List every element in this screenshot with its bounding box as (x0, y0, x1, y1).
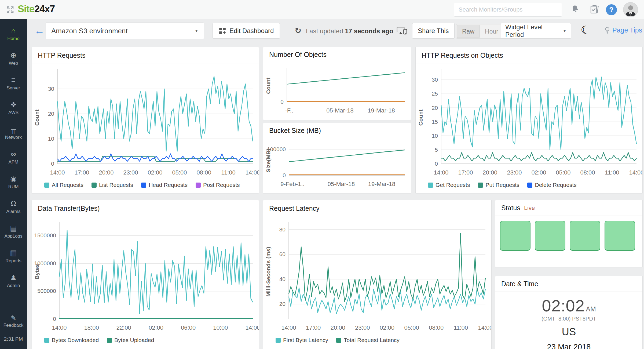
status-box[interactable] (570, 221, 600, 251)
aws-icon: ❖ (0, 99, 27, 110)
svg-text:05:00: 05:00 (556, 169, 570, 176)
svg-text:-F..: -F.. (285, 107, 294, 114)
expand-icon[interactable] (6, 5, 14, 14)
app-logo[interactable]: Site24x7 (18, 3, 55, 15)
svg-text:5: 5 (435, 147, 438, 153)
sidebar-item-reports[interactable]: ▦Reports (0, 248, 27, 272)
svg-text:08:00: 08:00 (580, 169, 595, 176)
legend-item[interactable]: Post Requests (196, 182, 240, 188)
legend-item[interactable]: All Requests (44, 182, 83, 188)
svg-text:14:00: 14:00 (50, 169, 65, 176)
svg-text:10:00: 10:00 (213, 324, 228, 331)
panel-title: Status (501, 204, 520, 212)
svg-text:23:00: 23:00 (355, 324, 370, 331)
search-input[interactable] (454, 3, 562, 17)
dashboard-selector[interactable]: Amazon S3 environment ▼ (46, 23, 204, 39)
panel-title: HTTP Requests on Objects (422, 52, 503, 59)
bucket-size-chart[interactable]: 01000009-Feb-1..05-Mar-1819-Mar-18Size(M… (263, 138, 411, 191)
legend-label: Post Requests (203, 182, 240, 188)
back-arrow[interactable]: ← (34, 25, 45, 36)
reports-icon: ▦ (0, 248, 27, 258)
chart-legend: Bytes DownloadedBytes Uploaded (32, 335, 259, 346)
svg-text:19-Mar-18: 19-Mar-18 (368, 107, 395, 114)
svg-text:Milli-Seconds (ms): Milli-Seconds (ms) (265, 247, 271, 297)
sidebar-item-alarms[interactable]: ΩAlarms (0, 198, 27, 223)
web-icon: ⊕ (0, 50, 27, 61)
legend-item[interactable]: First Byte Latency (276, 337, 328, 343)
chevron-down-icon: ▼ (563, 29, 566, 33)
svg-text:17:00: 17:00 (458, 169, 473, 176)
svg-text:23:00: 23:00 (123, 169, 138, 176)
status-box[interactable] (535, 221, 565, 251)
legend-item[interactable]: Put Requests (478, 182, 519, 188)
sidebar-item-web[interactable]: ⊕Web (0, 50, 27, 75)
panel-title: HTTP Requests (38, 52, 85, 59)
chevron-down-icon: ▼ (195, 29, 198, 33)
legend-item[interactable]: Delete Requests (527, 182, 576, 188)
date-label: 23 Mar 2018 (495, 343, 642, 349)
svg-text:Bytes: Bytes (34, 264, 40, 279)
status-panel: Status Live (495, 200, 643, 267)
edit-grid-icon (219, 27, 226, 35)
legend-chip (107, 338, 112, 343)
request-latency-chart[interactable]: 2040608014:0017:0020:0023:0002:0005:0008… (263, 217, 491, 335)
svg-text:19-Mar-18: 19-Mar-18 (368, 181, 395, 187)
refresh-icon[interactable]: ↻ (295, 26, 301, 35)
devices-icon[interactable] (397, 26, 407, 35)
legend-item[interactable]: Head Requests (141, 182, 188, 188)
widget-level-period-select[interactable]: Widget Level Period ▼ (501, 23, 571, 39)
page-tips-link[interactable]: Page Tips (604, 26, 642, 34)
legend-item[interactable]: Total Request Latency (336, 337, 400, 343)
sidebar-item-rum[interactable]: ◉RUM (0, 173, 27, 198)
svg-text:10: 10 (48, 136, 54, 142)
legend-item[interactable]: List Requests (92, 182, 133, 188)
sidebar-item-admin[interactable]: ♟Admin (0, 272, 27, 297)
number-of-objects-chart[interactable]: 0-F..05-Mar-1819-Mar-18Count (263, 62, 411, 117)
raw-option[interactable]: Raw (457, 25, 480, 38)
hour-option[interactable]: Hour (480, 24, 503, 38)
sidebar-item-feedback[interactable]: ✎ Feedback (0, 313, 27, 328)
edit-dashboard-label: Edit Dashboard (229, 27, 274, 35)
help-icon[interactable]: ? (606, 4, 617, 15)
bell-icon[interactable] (570, 4, 580, 14)
share-this-button[interactable]: Share This (412, 23, 455, 39)
avatar[interactable] (623, 2, 638, 17)
sidebar-item-apm[interactable]: ∞APM (0, 149, 27, 173)
sidebar-item-label: Home (0, 36, 27, 41)
svg-text:14:00: 14:00 (245, 324, 259, 331)
legend-label: Put Requests (485, 182, 519, 188)
svg-text:80: 80 (279, 226, 286, 232)
moon-icon[interactable]: ☾ (581, 24, 590, 36)
legend-item[interactable]: Get Requests (428, 182, 470, 188)
http-requests-chart[interactable]: 010203014:0017:0020:0023:0002:0005:0008:… (32, 64, 259, 179)
svg-text:20:00: 20:00 (482, 169, 497, 176)
sidebar-item-applogs[interactable]: ▤AppLogs (0, 223, 27, 248)
widget-period-label: Widget Level Period (505, 23, 563, 38)
legend-label: First Byte Latency (283, 337, 328, 343)
sidebar-item-label: Admin (0, 283, 27, 288)
status-box[interactable] (605, 221, 635, 251)
sidebar-item-aws[interactable]: ❖AWS (0, 99, 27, 124)
topbar: Site24x7 ? (0, 0, 644, 19)
legend-label: Get Requests (436, 182, 470, 188)
raw-hour-toggle: Raw Hour (456, 24, 503, 39)
svg-text:Count: Count (418, 110, 424, 126)
sidebar-item-label: Web (0, 61, 27, 66)
legend-item[interactable]: Bytes Downloaded (44, 337, 99, 343)
svg-text:40: 40 (279, 276, 286, 282)
network-icon: ╥ (0, 124, 27, 135)
http-requests-on-objects-chart[interactable]: 05101520253014:0017:0020:0023:0002:0005:… (416, 64, 642, 179)
legend-item[interactable]: Bytes Uploaded (107, 337, 154, 343)
svg-text:Count: Count (265, 78, 271, 94)
svg-text:60: 60 (279, 251, 286, 257)
sidebar-item-server[interactable]: ≡Server (0, 75, 27, 99)
tasks-icon[interactable] (589, 4, 599, 15)
sidebar-item-home[interactable]: ⌂Home (0, 25, 27, 50)
apm-icon: ∞ (0, 149, 27, 159)
svg-text:02:00: 02:00 (380, 324, 394, 331)
status-box[interactable] (500, 221, 530, 251)
sidebar-item-network[interactable]: ╥Network (0, 124, 27, 149)
dashboard-name: Amazon S3 environment (51, 27, 128, 35)
edit-dashboard-button[interactable]: Edit Dashboard (213, 23, 280, 39)
data-transfer-chart[interactable]: 05000001000000150000014:0018:0022:0002:0… (32, 217, 259, 335)
